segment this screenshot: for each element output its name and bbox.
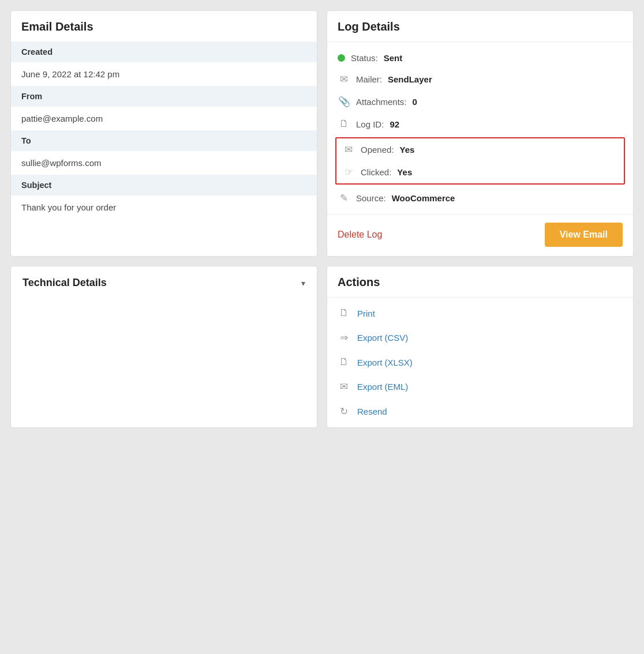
clicked-pointer-icon: ☞ [342,166,355,178]
email-field-label-row: Created [11,42,317,62]
log-item-mailer: ✉ Mailer: SendLayer [327,68,633,91]
log-details-card: Log Details Status: Sent ✉ Mailer: SendL… [327,10,634,257]
email-field-value: sullie@wpforms.com [11,151,317,175]
action-item-print[interactable]: 🗋 Print [327,301,633,325]
email-details-table: CreatedJune 9, 2022 at 12:42 pmFrompatti… [11,42,317,219]
opened-label: Opened: [361,145,394,155]
email-field-value-row: pattie@example.com [11,107,317,130]
log-item-status: Status: Sent [327,48,633,68]
mailer-value: SendLayer [388,74,432,84]
email-field-value: pattie@example.com [11,107,317,130]
technical-details-card[interactable]: Technical Details ▾ [10,266,317,428]
logid-document-icon: 🗋 [338,118,350,130]
mailer-envelope-icon: ✉ [338,73,350,85]
logid-label: Log ID: [356,119,384,129]
export-eml-envelope-icon: ✉ [338,381,350,393]
email-field-label-row: To [11,130,317,151]
email-field-value-row: sullie@wpforms.com [11,151,317,175]
email-details-card: Email Details CreatedJune 9, 2022 at 12:… [10,10,317,257]
export-xlsx-icon: 🗋 [338,356,350,368]
technical-details-title: Technical Details [23,277,107,289]
source-value: WooCommerce [392,193,455,203]
resend-label: Resend [357,407,387,416]
email-field-label: Subject [11,175,317,196]
clicked-label: Clicked: [361,167,391,177]
log-item-source: ✎ Source: WooCommerce [327,187,633,209]
technical-details-header[interactable]: Technical Details ▾ [11,266,317,299]
status-label: Status: [351,53,378,63]
log-item-attachments: 📎 Attachments: 0 [327,91,633,113]
attachments-value: 0 [413,97,417,107]
export-csv-icon: ⇒ [338,332,350,344]
email-field-label: Created [11,42,317,62]
action-items-container: 🗋 Print ⇒ Export (CSV) 🗋 Export (XLSX) ✉… [327,298,633,427]
source-label: Source: [356,193,386,203]
attachments-label: Attachments: [356,97,407,107]
actions-card: Actions 🗋 Print ⇒ Export (CSV) 🗋 Export … [327,266,634,428]
attachments-paperclip-icon: 📎 [338,96,350,108]
email-details-title: Email Details [11,11,317,42]
source-plugin-icon: ✎ [338,192,350,204]
opened-clicked-highlight-box: ✉ Opened: Yes ☞ Clicked: Yes [335,137,625,185]
resend-refresh-icon: ↻ [338,405,350,418]
email-field-value-row: Thank you for your order [11,196,317,219]
log-items-container: Status: Sent ✉ Mailer: SendLayer 📎 Attac… [327,42,633,209]
chevron-down-icon: ▾ [301,279,305,288]
actions-title: Actions [327,266,633,298]
opened-envelope-icon: ✉ [342,144,355,156]
log-item-clicked: ☞ Clicked: Yes [336,161,624,183]
action-item-export-xlsx[interactable]: 🗋 Export (XLSX) [327,350,633,374]
mailer-label: Mailer: [356,74,382,84]
email-field-value: Thank you for your order [11,196,317,219]
delete-log-button[interactable]: Delete Log [338,230,382,240]
main-grid: Email Details CreatedJune 9, 2022 at 12:… [10,10,634,428]
clicked-value: Yes [397,167,412,177]
log-item-logid: 🗋 Log ID: 92 [327,113,633,135]
print-label: Print [357,309,375,318]
log-details-title: Log Details [327,11,633,42]
log-actions-row: Delete Log View Email [327,215,633,256]
status-dot-icon [338,54,345,62]
view-email-button[interactable]: View Email [545,223,623,247]
export-xlsx-label: Export (XLSX) [357,358,413,367]
print-doc-icon: 🗋 [338,307,350,319]
action-item-resend[interactable]: ↻ Resend [327,399,633,424]
email-field-label: From [11,86,317,107]
opened-value: Yes [400,145,415,155]
status-value: Sent [384,53,403,63]
export-eml-label: Export (EML) [357,382,408,392]
email-field-value: June 9, 2022 at 12:42 pm [11,62,317,86]
email-field-label-row: Subject [11,175,317,196]
action-item-export-csv[interactable]: ⇒ Export (CSV) [327,325,633,350]
email-field-label-row: From [11,86,317,107]
export-csv-label: Export (CSV) [357,333,408,343]
logid-value: 92 [390,119,399,129]
action-item-export-eml[interactable]: ✉ Export (EML) [327,374,633,399]
log-item-opened: ✉ Opened: Yes [336,138,624,161]
email-field-value-row: June 9, 2022 at 12:42 pm [11,62,317,86]
email-field-label: To [11,130,317,151]
